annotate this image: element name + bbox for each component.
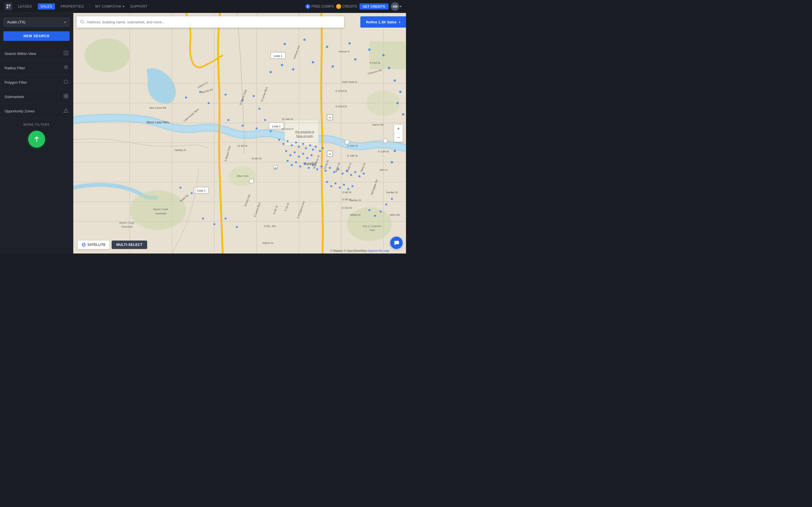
svg-point-200: [380, 211, 382, 213]
svg-point-156: [295, 161, 297, 163]
svg-text:Hartley Dr: Hartley Dr: [175, 149, 186, 152]
svg-rect-4: [64, 51, 68, 55]
credits[interactable]: 7 CREDITS: [336, 4, 357, 9]
svg-point-183: [225, 94, 227, 96]
svg-point-133: [354, 58, 356, 61]
satellite-button[interactable]: SATELLITE: [78, 240, 109, 249]
svg-rect-0: [6, 4, 8, 6]
filter-polygon[interactable]: Polygon Filter: [0, 75, 73, 90]
user-menu[interactable]: AM ▾: [391, 2, 402, 11]
city-selector[interactable]: Austin (TX) ▾: [3, 17, 70, 27]
more-filters-label: MORE FILTERS: [0, 118, 73, 128]
svg-point-180: [185, 97, 187, 99]
nav-sales[interactable]: SALES: [38, 3, 55, 10]
svg-point-134: [278, 139, 280, 141]
svg-rect-112: [384, 139, 388, 143]
avatar-chevron: ▾: [400, 4, 402, 8]
multi-select-button[interactable]: MULTI-SELECT: [112, 240, 147, 249]
svg-point-131: [312, 61, 314, 63]
refine-sales-button[interactable]: Refine 1.3K Sales ›: [360, 16, 406, 27]
map-search-input[interactable]: [87, 20, 341, 24]
search-bar: [77, 16, 344, 27]
new-search-button[interactable]: NEW SEARCH: [3, 31, 70, 41]
svg-point-179: [352, 185, 354, 187]
svg-text:E 16th St: E 16th St: [347, 145, 358, 147]
svg-point-168: [346, 170, 348, 172]
svg-point-198: [368, 209, 370, 211]
nav-properties[interactable]: PROPERTIES: [61, 3, 84, 10]
svg-point-148: [290, 154, 292, 156]
filter-submarkets[interactable]: Submarkets: [0, 90, 73, 104]
nav-my-compstak[interactable]: MY COMPSTAK ▾: [95, 4, 124, 8]
svg-point-18: [85, 38, 130, 72]
svg-rect-5: [65, 52, 67, 54]
zoom-in-button[interactable]: +: [394, 125, 403, 133]
svg-text:Loop 1: Loop 1: [274, 54, 283, 57]
main-content: Austin (TX) ▾ NEW SEARCH Search Within V…: [0, 13, 406, 253]
svg-point-129: [281, 64, 283, 66]
map-attribution: © Mapbox © OpenStreetMap Improve this ma…: [330, 249, 389, 252]
filter-opportunity-zones[interactable]: Opportunity Zones: [0, 104, 73, 118]
search-icon: [80, 20, 85, 24]
svg-point-137: [291, 145, 293, 147]
nav-leases[interactable]: LEASES: [18, 3, 32, 10]
svg-point-7: [65, 67, 66, 68]
svg-point-122: [396, 102, 399, 104]
svg-point-126: [394, 150, 396, 152]
svg-text:E 13th St: E 13th St: [347, 154, 358, 157]
filter-search-within-view[interactable]: Search Within View: [0, 47, 73, 61]
svg-text:Park: Park: [370, 229, 375, 231]
svg-text:Garden St: Garden St: [386, 191, 398, 194]
svg-point-187: [264, 119, 266, 121]
chat-button[interactable]: [390, 237, 403, 249]
svg-point-170: [354, 171, 356, 173]
svg-point-176: [339, 187, 341, 189]
svg-text:W 6th St: W 6th St: [252, 157, 262, 160]
filter-radius[interactable]: Radius Filter: [0, 61, 73, 75]
svg-point-140: [302, 143, 304, 145]
more-filters-button[interactable]: [28, 131, 45, 148]
logo[interactable]: [4, 3, 12, 10]
svg-point-139: [298, 146, 300, 148]
nav-divider: [89, 4, 90, 9]
svg-text:The University of: The University of: [295, 130, 314, 133]
nav-support[interactable]: SUPPORT: [130, 3, 147, 10]
svg-point-188: [270, 130, 272, 132]
sidebar: Austin (TX) ▾ NEW SEARCH Search Within V…: [0, 13, 73, 253]
svg-text:35: 35: [329, 116, 331, 119]
svg-point-196: [225, 218, 227, 220]
svg-point-141: [305, 147, 307, 149]
refine-arrow-icon: ›: [399, 19, 400, 24]
svg-rect-110: [250, 179, 253, 183]
get-credits-button[interactable]: GET CREDITS: [359, 3, 389, 10]
svg-point-119: [388, 67, 390, 69]
svg-text:E 6th St: E 6th St: [342, 191, 352, 194]
svg-point-171: [359, 175, 361, 177]
svg-text:West Lake Hills: West Lake Hills: [147, 121, 169, 124]
map-container[interactable]: Loop 1 Loop 1 Loop 1 183 35 35: [73, 13, 406, 253]
svg-text:W 5th St: W 5th St: [238, 145, 248, 147]
svg-point-172: [363, 173, 365, 175]
svg-rect-3: [9, 7, 10, 8]
svg-point-185: [253, 95, 255, 97]
free-comps[interactable]: 8 FREE COMPS: [305, 4, 334, 9]
svg-text:Jain Ln: Jain Ln: [379, 168, 388, 171]
svg-point-181: [199, 91, 201, 93]
svg-point-154: [287, 160, 289, 162]
svg-point-165: [333, 171, 335, 173]
svg-point-113: [284, 43, 286, 45]
svg-text:Manor Rd: Manor Rd: [372, 123, 384, 126]
zoom-out-button[interactable]: −: [394, 133, 403, 142]
svg-point-159: [308, 167, 310, 169]
svg-text:🚌: 🚌: [274, 166, 277, 169]
svg-rect-10: [64, 94, 66, 96]
svg-point-158: [304, 163, 306, 165]
svg-marker-9: [64, 80, 68, 83]
opportunity-zones-icon: [63, 108, 68, 114]
svg-point-197: [236, 226, 238, 228]
svg-point-182: [208, 102, 210, 104]
svg-point-186: [259, 108, 260, 110]
svg-rect-111: [345, 140, 349, 144]
svg-point-123: [402, 113, 404, 115]
improve-map-link[interactable]: Improve this map: [367, 249, 389, 252]
